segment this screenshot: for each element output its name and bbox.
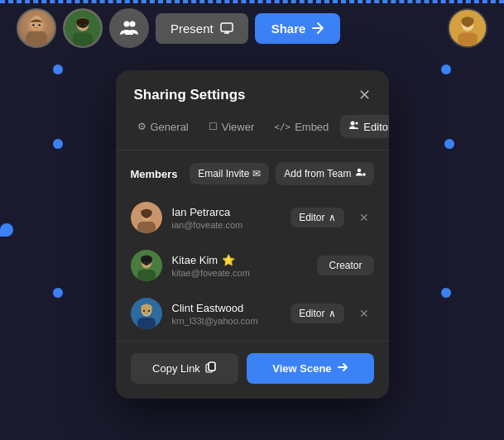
svg-rect-24: [137, 222, 156, 233]
dot-1: [53, 65, 63, 74]
svg-point-5: [38, 24, 41, 26]
kitae-info: Kitae Kim ⭐ kitae@foveate.com: [172, 254, 308, 278]
kitae-role-label: Creator: [329, 260, 362, 271]
ian-role-label: Editor: [299, 212, 324, 223]
close-button[interactable]: ✕: [358, 88, 371, 103]
clint-role-label: Editor: [299, 308, 324, 319]
clint-email: krn_l33t@yahoo.com: [172, 316, 281, 326]
present-button[interactable]: Present: [156, 13, 248, 44]
copy-icon: [205, 361, 217, 375]
present-label: Present: [170, 22, 214, 36]
email-invite-button[interactable]: Email Invite ✉: [190, 163, 269, 184]
avatar-kitae: [131, 250, 162, 281]
arrow-icon: [337, 361, 348, 375]
modal-footer: Copy Link View Scene: [116, 341, 389, 399]
svg-point-18: [356, 122, 358, 125]
guide-line-h2: [0, 2, 504, 3]
svg-point-25: [142, 214, 144, 216]
ian-remove-button[interactable]: ✕: [354, 209, 374, 226]
embed-icon: </>: [274, 122, 290, 132]
modal-title: Sharing Settings: [134, 87, 246, 103]
star-emoji: ⭐: [222, 254, 235, 266]
svg-point-31: [147, 262, 149, 264]
ian-name: Ian Petrarca: [172, 206, 281, 218]
svg-point-10: [84, 24, 87, 26]
view-scene-button[interactable]: View Scene: [247, 353, 373, 384]
svg-point-30: [143, 262, 145, 264]
avatar-user2[interactable]: [63, 8, 103, 48]
share-icon: [312, 22, 324, 34]
dot-2: [53, 139, 63, 149]
group-icon[interactable]: [109, 8, 149, 48]
dot-5: [441, 65, 451, 74]
clint-remove-button[interactable]: ✕: [354, 305, 374, 322]
tab-general[interactable]: ⚙ General: [129, 116, 197, 138]
svg-rect-13: [221, 23, 233, 31]
top-bar: Present Share: [17, 8, 487, 48]
sharing-settings-modal: Sharing Settings ✕ ⚙ General ☐ Viewer </…: [116, 70, 389, 399]
add-team-icon: [355, 167, 366, 180]
svg-point-36: [147, 310, 149, 312]
dot-7: [441, 288, 451, 298]
svg-point-35: [142, 310, 144, 312]
clint-info: Clint Eastwood krn_l33t@yahoo.com: [172, 302, 281, 326]
members-label: Members: [131, 168, 184, 180]
viewer-icon: ☐: [209, 121, 218, 132]
share-label: Share: [271, 22, 306, 36]
member-row-kitae: Kitae Kim ⭐ kitae@foveate.com Creator: [116, 242, 389, 289]
modal-header: Sharing Settings ✕: [116, 70, 389, 115]
svg-point-11: [124, 22, 130, 27]
tab-embed-label: Embed: [295, 121, 329, 133]
editors-icon: [348, 120, 359, 133]
svg-point-17: [351, 122, 355, 126]
tab-viewer[interactable]: ☐ Viewer: [200, 116, 263, 138]
avatar-user1[interactable]: [17, 8, 56, 48]
add-from-team-label: Add from Team: [284, 168, 351, 179]
ian-role-button[interactable]: Editor ∧: [290, 208, 343, 227]
svg-point-26: [147, 214, 149, 216]
share-button[interactable]: Share: [255, 13, 341, 44]
dot-4: [53, 288, 63, 298]
clint-role-button[interactable]: Editor ∧: [290, 304, 343, 323]
tab-editors-label: Editors: [363, 121, 388, 133]
dot-6: [444, 139, 454, 149]
svg-point-3: [31, 16, 43, 30]
avatar-clint: [131, 298, 162, 329]
tab-general-label: General: [151, 121, 189, 133]
svg-point-4: [32, 24, 35, 26]
member-row-ian: Ian Petrarca ian@foveate.com Editor ∧ ✕: [116, 194, 389, 242]
tabs-bar: ⚙ General ☐ Viewer </> Embed Editors: [116, 115, 389, 151]
member-row-clint: Clint Eastwood krn_l33t@yahoo.com Editor…: [116, 289, 389, 337]
avatar-user3[interactable]: [448, 8, 487, 48]
view-scene-label: View Scene: [272, 362, 331, 375]
ian-email: ian@foveate.com: [172, 220, 281, 230]
clint-role-chevron: ∧: [329, 308, 336, 319]
monitor-icon: [220, 22, 233, 35]
dot-3: [0, 223, 13, 237]
copy-link-label: Copy Link: [152, 362, 200, 375]
svg-point-12: [130, 22, 136, 27]
svg-rect-16: [458, 33, 478, 47]
svg-point-19: [357, 169, 360, 172]
tab-editors[interactable]: Editors: [340, 115, 388, 138]
svg-point-9: [79, 24, 81, 26]
avatar-ian: [131, 202, 162, 233]
email-invite-icon: ✉: [252, 168, 261, 179]
ian-info: Ian Petrarca ian@foveate.com: [172, 206, 281, 230]
email-invite-label: Email Invite: [198, 168, 249, 179]
svg-rect-29: [137, 270, 156, 281]
add-from-team-button[interactable]: Add from Team: [276, 162, 373, 185]
copy-link-button[interactable]: Copy Link: [131, 353, 239, 384]
svg-rect-2: [26, 31, 47, 46]
tab-embed[interactable]: </> Embed: [266, 116, 337, 138]
tab-viewer-label: Viewer: [222, 121, 255, 133]
kitae-name: Kitae Kim ⭐: [172, 254, 308, 266]
kitae-email: kitae@foveate.com: [172, 268, 308, 278]
svg-rect-38: [209, 362, 215, 371]
members-bar: Members Email Invite ✉ Add from Team: [116, 151, 389, 194]
general-icon: ⚙: [137, 121, 146, 132]
svg-rect-8: [73, 33, 93, 47]
clint-name: Clint Eastwood: [172, 302, 281, 314]
svg-rect-34: [137, 318, 156, 329]
ian-role-chevron: ∧: [329, 212, 336, 223]
